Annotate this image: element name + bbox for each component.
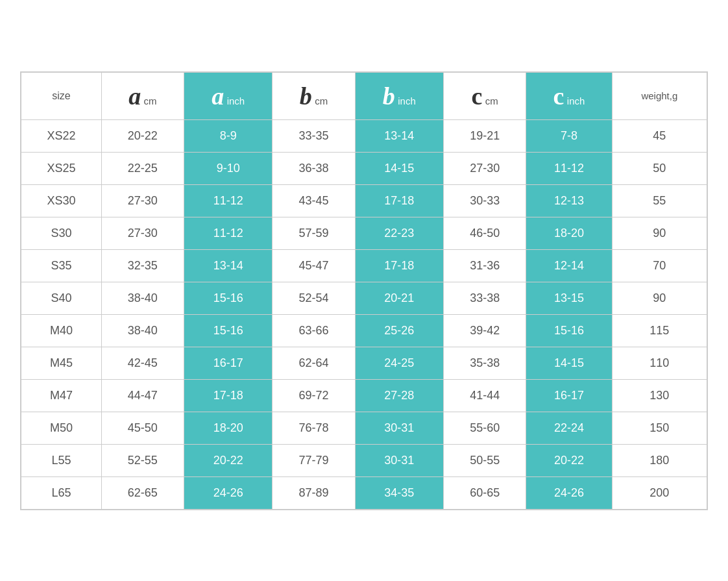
table-cell-row8-col4: 27-28 xyxy=(355,379,444,412)
table-cell-row1-col7: 50 xyxy=(612,152,707,184)
header-a-inch-unit: inch xyxy=(227,95,245,106)
table-cell-row0-col6: 7-8 xyxy=(526,119,612,152)
table-cell-row4-col4: 17-18 xyxy=(355,249,444,282)
table-cell-row7-col3: 62-64 xyxy=(273,347,355,379)
table-cell-row6-col2: 15-16 xyxy=(184,314,273,347)
table-cell-row1-col4: 14-15 xyxy=(355,152,444,184)
table-cell-row6-col3: 63-66 xyxy=(273,314,355,347)
table-cell-row9-col4: 30-31 xyxy=(355,412,444,444)
header-size-label: size xyxy=(52,90,70,101)
table-cell-row1-col0: XS25 xyxy=(21,152,101,184)
table-cell-row10-col4: 30-31 xyxy=(355,444,444,476)
table-cell-row3-col1: 27-30 xyxy=(101,217,184,249)
table-cell-row6-col0: M40 xyxy=(21,314,101,347)
table-cell-row9-col0: M50 xyxy=(21,412,101,444)
table-cell-row8-col1: 44-47 xyxy=(101,379,184,412)
table-cell-row0-col0: XS22 xyxy=(21,119,101,152)
table-cell-row11-col3: 87-89 xyxy=(273,476,355,510)
table-cell-row6-col7: 115 xyxy=(612,314,707,347)
table-row: L5552-5520-2277-7930-3150-5520-22180 xyxy=(21,444,707,476)
table-cell-row11-col0: L65 xyxy=(21,476,101,510)
header-c-inch-unit: inch xyxy=(567,95,585,106)
table-cell-row9-col3: 76-78 xyxy=(273,412,355,444)
table-cell-row0-col5: 19-21 xyxy=(444,119,526,152)
size-table-container: size a cm a inch b cm xyxy=(20,71,708,510)
table-cell-row3-col7: 90 xyxy=(612,217,707,249)
header-c-inch-letter: c xyxy=(553,82,564,110)
table-cell-row2-col6: 12-13 xyxy=(526,184,612,217)
table-cell-row8-col7: 130 xyxy=(612,379,707,412)
table-cell-row4-col0: S35 xyxy=(21,249,101,282)
col-header-size: size xyxy=(21,72,101,120)
table-row: S3027-3011-1257-5922-2346-5018-2090 xyxy=(21,217,707,249)
col-header-c-inch: c inch xyxy=(526,72,612,120)
header-b-cm-letter: b xyxy=(300,82,312,110)
table-cell-row4-col5: 31-36 xyxy=(444,249,526,282)
table-cell-row10-col0: L55 xyxy=(21,444,101,476)
header-weight-label: weight,g xyxy=(641,90,677,101)
table-cell-row2-col0: XS30 xyxy=(21,184,101,217)
table-row: S4038-4015-1652-5420-2133-3813-1590 xyxy=(21,282,707,314)
table-cell-row3-col0: S30 xyxy=(21,217,101,249)
table-cell-row1-col2: 9-10 xyxy=(184,152,273,184)
table-cell-row0-col3: 33-35 xyxy=(273,119,355,152)
table-cell-row5-col3: 52-54 xyxy=(273,282,355,314)
table-cell-row5-col2: 15-16 xyxy=(184,282,273,314)
table-cell-row7-col1: 42-45 xyxy=(101,347,184,379)
table-cell-row5-col4: 20-21 xyxy=(355,282,444,314)
table-cell-row6-col1: 38-40 xyxy=(101,314,184,347)
table-cell-row5-col7: 90 xyxy=(612,282,707,314)
table-cell-row7-col6: 14-15 xyxy=(526,347,612,379)
col-header-b-inch: b inch xyxy=(355,72,444,120)
table-cell-row6-col5: 39-42 xyxy=(444,314,526,347)
table-row: M4542-4516-1762-6424-2535-3814-15110 xyxy=(21,347,707,379)
header-c-cm-letter: c xyxy=(471,82,482,110)
table-cell-row8-col5: 41-44 xyxy=(444,379,526,412)
header-a-inch-letter: a xyxy=(212,82,224,110)
table-cell-row8-col0: M47 xyxy=(21,379,101,412)
table-cell-row2-col4: 17-18 xyxy=(355,184,444,217)
table-cell-row3-col3: 57-59 xyxy=(273,217,355,249)
table-cell-row3-col5: 46-50 xyxy=(444,217,526,249)
table-cell-row0-col2: 8-9 xyxy=(184,119,273,152)
header-b-inch-letter: b xyxy=(383,82,395,110)
table-cell-row10-col3: 77-79 xyxy=(273,444,355,476)
header-c-cm-unit: cm xyxy=(485,95,498,106)
col-header-weight: weight,g xyxy=(612,72,707,120)
table-cell-row3-col2: 11-12 xyxy=(184,217,273,249)
table-cell-row10-col7: 180 xyxy=(612,444,707,476)
table-cell-row1-col5: 27-30 xyxy=(444,152,526,184)
table-cell-row4-col3: 45-47 xyxy=(273,249,355,282)
table-cell-row4-col1: 32-35 xyxy=(101,249,184,282)
table-cell-row11-col1: 62-65 xyxy=(101,476,184,510)
table-cell-row2-col7: 55 xyxy=(612,184,707,217)
table-cell-row0-col7: 45 xyxy=(612,119,707,152)
table-cell-row5-col0: S40 xyxy=(21,282,101,314)
table-row: L6562-6524-2687-8934-3560-6524-26200 xyxy=(21,476,707,510)
table-cell-row1-col1: 22-25 xyxy=(101,152,184,184)
table-cell-row4-col7: 70 xyxy=(612,249,707,282)
table-cell-row4-col6: 12-14 xyxy=(526,249,612,282)
table-row: XS2220-228-933-3513-1419-217-845 xyxy=(21,119,707,152)
table-cell-row6-col4: 25-26 xyxy=(355,314,444,347)
table-cell-row3-col4: 22-23 xyxy=(355,217,444,249)
table-cell-row1-col3: 36-38 xyxy=(273,152,355,184)
table-cell-row6-col6: 15-16 xyxy=(526,314,612,347)
table-cell-row10-col2: 20-22 xyxy=(184,444,273,476)
table-cell-row3-col6: 18-20 xyxy=(526,217,612,249)
table-cell-row7-col7: 110 xyxy=(612,347,707,379)
table-cell-row1-col6: 11-12 xyxy=(526,152,612,184)
table-cell-row2-col1: 27-30 xyxy=(101,184,184,217)
table-cell-row5-col6: 13-15 xyxy=(526,282,612,314)
table-cell-row7-col4: 24-25 xyxy=(355,347,444,379)
table-cell-row9-col2: 18-20 xyxy=(184,412,273,444)
table-cell-row0-col1: 20-22 xyxy=(101,119,184,152)
table-cell-row5-col1: 38-40 xyxy=(101,282,184,314)
table-cell-row10-col1: 52-55 xyxy=(101,444,184,476)
header-row: size a cm a inch b cm xyxy=(21,72,707,120)
table-cell-row11-col5: 60-65 xyxy=(444,476,526,510)
table-cell-row9-col6: 22-24 xyxy=(526,412,612,444)
table-row: M5045-5018-2076-7830-3155-6022-24150 xyxy=(21,412,707,444)
table-cell-row11-col4: 34-35 xyxy=(355,476,444,510)
table-cell-row10-col6: 20-22 xyxy=(526,444,612,476)
